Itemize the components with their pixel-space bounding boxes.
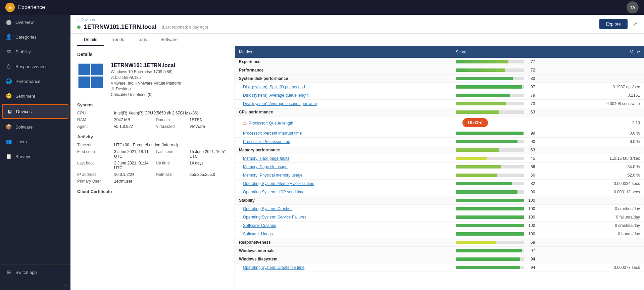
score-number: 94: [527, 265, 535, 270]
desktop-icon: 🖥: [111, 87, 116, 91]
switch-app-button[interactable]: ⊞ Switch app: [0, 265, 70, 280]
score-cell: 94: [452, 263, 539, 272]
sidebar-item-surveys[interactable]: 📋 Surveys: [0, 149, 70, 164]
value-cell: 0 failures/day: [539, 213, 644, 222]
metric-name-link[interactable]: Processor: Queue length: [249, 121, 293, 126]
surveys-icon: 📋: [5, 153, 12, 160]
details-panel: Details 1ETRNW101.1ETRN.: [70, 46, 235, 290]
tab-software[interactable]: Software: [154, 34, 184, 46]
table-row: Windows filesystem94: [235, 255, 644, 263]
metric-name-link[interactable]: Processor: Percent interrupt time: [243, 131, 302, 136]
breadcrumb[interactable]: ‹ Devices: [77, 17, 208, 22]
svg-rect-3: [91, 77, 103, 88]
agent-value: v5.1.0.922: [114, 124, 153, 129]
status-indicator: [77, 26, 81, 29]
score-cell: 97: [452, 247, 539, 255]
metric-name-link: Windows filesystem: [239, 257, 278, 261]
switch-app-icon: ⊞: [5, 269, 12, 276]
score-cell: 100: [452, 205, 539, 213]
devices-icon: 🖥: [6, 108, 13, 115]
table-row: Disk (system): Average queue length790.2…: [235, 91, 644, 100]
sidebar-item-devices[interactable]: 🖥 Devices: [2, 104, 68, 119]
value-cell: 0.1987 ops/sec: [539, 83, 644, 91]
score-cell: 100: [452, 196, 539, 205]
system-grid-2: RAM 2047 MB Domain 1ETRN Agent v5.1.0.92…: [77, 117, 228, 129]
metric-name-link[interactable]: Software: Crashes: [243, 223, 276, 228]
value-cell: [539, 66, 644, 75]
sidebar-item-users[interactable]: 👥 Users: [0, 134, 70, 149]
svg-rect-2: [79, 77, 90, 88]
value-cell: [539, 108, 644, 116]
metric-name-link[interactable]: Disk (system): Average seconds per write: [243, 101, 317, 106]
metric-name-link[interactable]: Processor: Processor time: [243, 139, 290, 144]
metric-name-link[interactable]: Disk (system): Split I/O per second: [243, 85, 305, 89]
score-number: 97: [527, 248, 535, 253]
metric-name-link[interactable]: Disk (system): Average queue length: [243, 93, 309, 98]
tab-bar: Details Trends Logs Software: [70, 34, 644, 46]
metric-name-link[interactable]: Memory: Page file usage: [243, 164, 288, 169]
score-number: 99: [527, 131, 535, 136]
sidebar-bottom: ⊞ Switch app ‹: [0, 264, 70, 290]
metric-name-link[interactable]: Software: Hangs: [243, 232, 273, 236]
table-row: CPU performance63: [235, 108, 644, 116]
device-info-row: 1ETRNW101.1ETRN.local Windows 10 Enterpr…: [77, 62, 228, 97]
sidebar-item-overview[interactable]: ⬤ Overview: [0, 15, 70, 30]
metrics-panel: Metrics Score Value Experience77Performa…: [235, 46, 644, 290]
tab-trends[interactable]: Trends: [104, 34, 131, 46]
score-number: 77: [527, 59, 535, 64]
virtualized-label: Virtualized: [156, 124, 186, 129]
tab-details[interactable]: Details: [77, 34, 104, 46]
metric-name-link[interactable]: Operating System: Crashes: [243, 206, 292, 211]
svg-rect-0: [79, 64, 90, 76]
metric-name-link[interactable]: Memory: Hard page faults: [243, 156, 289, 161]
metric-name-link[interactable]: Operating System: Create file time: [243, 265, 304, 270]
metric-name-link[interactable]: Operating System: Memory access time: [243, 181, 314, 186]
value-cell: 52.0 %: [539, 171, 644, 180]
activity-section-title: Activity: [77, 134, 228, 139]
expand-icon[interactable]: ⤢: [633, 21, 637, 27]
sidebar-item-software[interactable]: 📦 Software: [0, 119, 70, 134]
score-number: 100: [527, 198, 535, 203]
device-header: ‹ Devices 1ETRNW101.1ETRN.local (Last re…: [70, 15, 644, 34]
metric-name-link[interactable]: Memory: Physical memory usage: [243, 173, 302, 178]
device-criticality: Criticality Undefined (0): [111, 92, 228, 97]
score-cell: 100: [452, 213, 539, 222]
score-number: 63: [527, 148, 535, 152]
tab-logs[interactable]: Logs: [131, 34, 154, 46]
stability-icon: ⚖: [5, 48, 12, 55]
device-os: Windows 10 Enterprise 1709 (x86): [111, 69, 228, 74]
sidebar-collapse-button[interactable]: ‹: [0, 280, 70, 290]
client-cert-title: Client Certificate: [77, 189, 228, 194]
explore-button[interactable]: Explore: [599, 19, 628, 29]
value-cell: 34.0 %: [539, 163, 644, 171]
score-cell: 83: [452, 75, 539, 83]
table-row: Operating System: Crashes1000 crashes/da…: [235, 205, 644, 213]
software-icon: 📦: [5, 124, 12, 130]
value-cell: 0.2151: [539, 91, 644, 100]
user-avatar[interactable]: TA: [627, 1, 639, 13]
score-cell: 66: [452, 163, 539, 171]
value-cell: [539, 58, 644, 66]
system-info-grid: CPU Intel(R) Xeon(R) CPU X5650 @ 2.67GHz…: [77, 111, 228, 115]
value-cell: [539, 247, 644, 255]
domain-value: 1ETRN: [190, 117, 228, 122]
sidebar-item-responsiveness[interactable]: ⏱ Responsiveness: [0, 59, 70, 74]
table-row: Memory: Physical memory usage6052.0 %: [235, 171, 644, 180]
score-number: 90: [527, 139, 535, 144]
split-content: Details 1ETRNW101.1ETRN.: [70, 46, 644, 290]
table-row: Disk (system): Split I/O per second970.1…: [235, 83, 644, 91]
metric-name-link[interactable]: Operating System: Service Failures: [243, 215, 306, 220]
sidebar-item-sentiment[interactable]: 😊 Sentiment: [0, 89, 70, 103]
sidebar-item-stability[interactable]: ⚖ Stability: [0, 44, 70, 59]
cpu-value: Intel(R) Xeon(R) CPU X5650 @ 2.67GHz (x8…: [114, 111, 228, 115]
score-number: 66: [527, 164, 535, 169]
topbar: E Experience TA: [0, 0, 644, 15]
main-content: ‹ Devices 1ETRNW101.1ETRN.local (Last re…: [70, 15, 644, 290]
sidebar-item-categories[interactable]: 👤 Categories: [0, 30, 70, 44]
metric-name-link[interactable]: Operating System: UDP send time: [243, 190, 304, 194]
score-number: 45: [527, 156, 535, 161]
score-cell: 90: [452, 188, 539, 196]
windows-logo: [77, 62, 104, 89]
table-row: Operating System: UDP send time900.00011…: [235, 188, 644, 196]
sidebar-item-performance[interactable]: 🌐 Performance: [0, 74, 70, 89]
